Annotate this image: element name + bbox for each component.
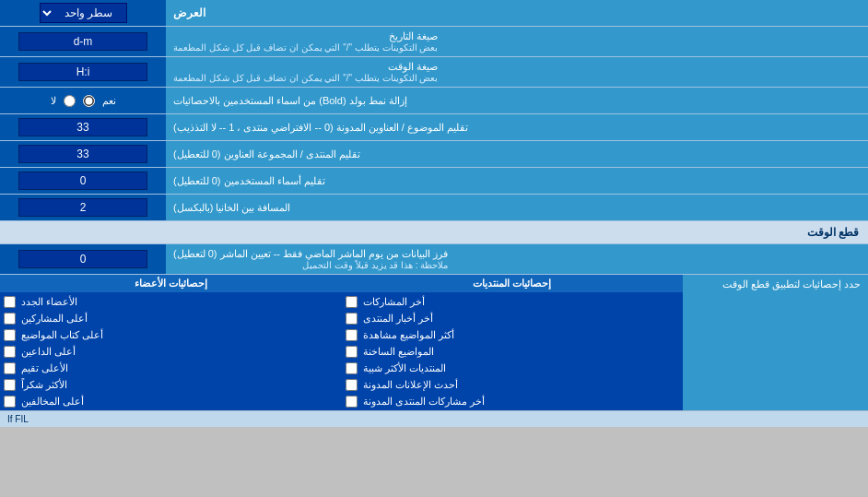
stats-apply-label: حدد إحصائيات لتطبيق قطع الوقت	[684, 275, 868, 410]
stat-checkbox-7[interactable]	[346, 396, 358, 408]
forum-topic-order-input-wrapper	[0, 114, 166, 140]
forum-topic-order-label: تقليم الموضوع / العناوين المدونة (0 -- ا…	[166, 114, 868, 140]
cutoff-days-input-wrapper	[0, 244, 166, 274]
date-format-input[interactable]	[18, 32, 147, 51]
cutoff-days-input[interactable]	[18, 250, 147, 268]
stat-checkbox-2[interactable]	[346, 313, 358, 325]
bold-remove-yes-radio[interactable]	[83, 95, 95, 107]
stat-item-m: الأعلى تقيم	[0, 361, 342, 376]
forum-group-order-input-wrapper	[0, 141, 166, 167]
stat-checkbox-5[interactable]	[346, 362, 358, 374]
date-format-input-wrapper	[0, 27, 166, 56]
stat-checkbox-3[interactable]	[346, 329, 358, 341]
stat-checkbox-m4[interactable]	[4, 346, 16, 358]
bold-remove-label: إزالة نمط بولد (Bold) من اسماء المستخدمي…	[166, 88, 868, 113]
space-between-input-wrapper	[0, 195, 166, 220]
stat-checkbox-m7[interactable]	[4, 396, 16, 408]
stat-checkbox-m6[interactable]	[4, 379, 16, 391]
bold-remove-input-wrapper: نعم لا	[0, 88, 166, 113]
date-format-label: صيغة التاريخ بعض التكوينات يتطلب "/" الت…	[166, 27, 868, 56]
stat-item-m: أعلى المشاركين	[0, 311, 342, 326]
stat-checkbox-m1[interactable]	[4, 296, 16, 308]
stat-checkbox-1[interactable]	[346, 296, 358, 308]
stat-item: أخر مشاركات المنتدى المدونة	[342, 394, 684, 409]
forum-topic-order-input[interactable]	[18, 118, 147, 136]
stat-item: المنتديات الأكثر شبية	[342, 361, 684, 376]
bold-remove-yes-label: نعم	[102, 95, 116, 107]
stat-item: أخر المشاركات	[342, 294, 684, 310]
cutoff-days-label: فرز البيانات من يوم الماشر الماضي فقط --…	[166, 244, 868, 274]
stat-item-m: أعلى كتاب المواضيع	[0, 327, 342, 343]
user-names-trim-input-wrapper	[0, 168, 166, 194]
space-between-input[interactable]	[18, 198, 147, 217]
stat-item-m: أعلى الداعين	[0, 344, 342, 360]
stat-item-m: الأعضاء الجدد	[0, 294, 342, 310]
bold-remove-no-label: لا	[51, 95, 56, 107]
stat-item: أخر أخبار المنتدى	[342, 311, 684, 326]
time-format-label: صيغة الوقت بعض التكوينات يتطلب "/" التي …	[166, 57, 868, 87]
stat-checkbox-4[interactable]	[346, 346, 358, 358]
stat-checkbox-6[interactable]	[346, 379, 358, 391]
stat-checkbox-m3[interactable]	[4, 329, 16, 341]
stat-item: أحدث الإعلانات المدونة	[342, 377, 684, 393]
stat-item: المواضيع الساخنة	[342, 344, 684, 360]
time-format-input-wrapper	[0, 57, 166, 87]
user-names-trim-label: تقليم أسماء المستخدمين (0 للتعطيل)	[166, 168, 868, 194]
stat-item: أكثر المواضيع مشاهدة	[342, 327, 684, 343]
space-between-label: المسافة بين الخانيا (بالبكسل)	[166, 195, 868, 220]
stat-item-m: الأكثر شكراً	[0, 377, 342, 393]
user-names-trim-input[interactable]	[18, 172, 147, 190]
stat-checkbox-m2[interactable]	[4, 313, 16, 325]
stats-col1-title: إحصائيات المنتديات	[342, 275, 684, 292]
bold-remove-no-radio[interactable]	[64, 95, 76, 107]
bottom-info-bar: If FIL	[0, 410, 868, 427]
forum-group-order-input[interactable]	[18, 145, 147, 163]
section-title: العرض	[166, 0, 868, 26]
stat-item-m: أعلى المخالفين	[0, 394, 342, 409]
stats-col2-title: إحصائيات الأعضاء	[0, 275, 342, 292]
stat-checkbox-m5[interactable]	[4, 362, 16, 374]
time-format-input[interactable]	[18, 63, 147, 81]
forum-group-order-label: تقليم المنتدى / المجموعة العناوين (0 للت…	[166, 141, 868, 167]
display-mode-dropdown[interactable]: سطر واحد سطرين ثلاثة أسطر	[40, 3, 127, 23]
cutoff-section-header: قطع الوقت	[0, 221, 868, 244]
